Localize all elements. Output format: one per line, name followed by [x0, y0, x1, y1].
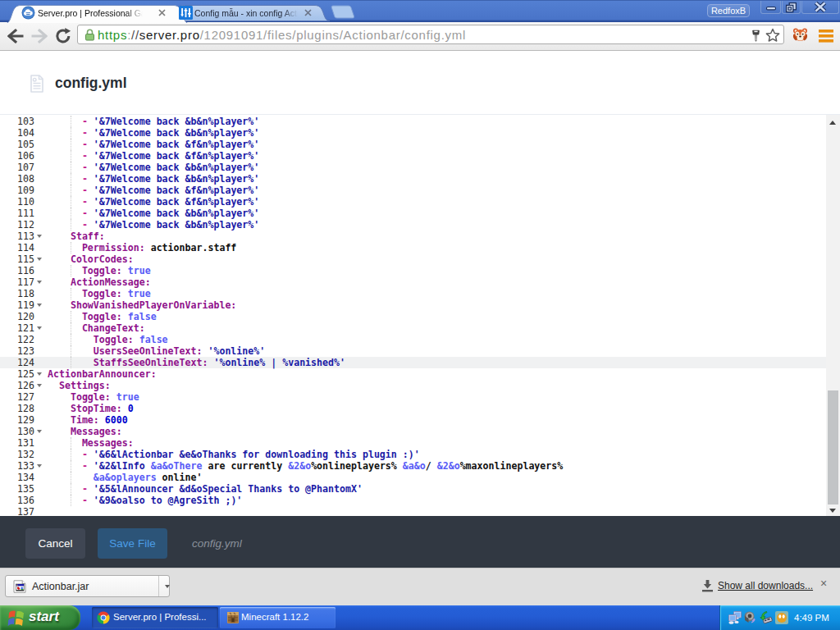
- new-tab-button[interactable]: [331, 6, 354, 18]
- menu-hamburger-icon[interactable]: [819, 30, 833, 43]
- line-number: 135: [0, 483, 34, 495]
- code-line-133: 133 - '&2&lInfo &a&oThere are currently …: [0, 460, 826, 472]
- code-token: [88, 116, 94, 127]
- code-token: [99, 414, 105, 426]
- start-button[interactable]: start: [0, 605, 80, 630]
- code-editor[interactable]: 103 - '&7Welcome back &b&n%player%'104 -…: [0, 114, 840, 516]
- show-all-downloads-link[interactable]: Show all downloads...: [718, 580, 813, 591]
- messenger-tray-icon[interactable]: [775, 611, 788, 624]
- fold-arrow-icon[interactable]: [37, 258, 42, 261]
- fold-arrow-icon[interactable]: [37, 464, 42, 468]
- restore-button[interactable]: [782, 1, 801, 14]
- line-number: 110: [0, 196, 34, 208]
- taskbar-clock: 4:49 PM: [794, 613, 829, 623]
- code-line-134: 134 &a&oplayers online': [0, 472, 826, 483]
- code-token: [88, 483, 94, 495]
- profile-button[interactable]: RedfoxB: [707, 4, 750, 17]
- line-number: 105: [0, 139, 34, 150]
- line-number: 132: [0, 449, 34, 460]
- tab-close-icon[interactable]: [304, 8, 313, 17]
- code-token: Messages:: [82, 437, 134, 449]
- redpanda-extension-icon[interactable]: [792, 27, 808, 43]
- download-item[interactable]: Actionbar.jar: [5, 575, 170, 597]
- code-token: '&9&oalso to @AgreSith ;)': [94, 495, 242, 506]
- code-token: [48, 185, 82, 196]
- footer-filename: config.yml: [192, 528, 242, 559]
- code-text: Messages:: [48, 437, 134, 449]
- padlock-icon[interactable]: [84, 29, 95, 41]
- address-bar[interactable]: https://server.pro/12091091/files/plugin…: [77, 25, 784, 44]
- config-forum-favicon: [179, 6, 193, 20]
- code-line-111: 111 - '&7Welcome back &b&n%player%': [0, 208, 826, 219]
- tab-config[interactable]: Config mẫu - xin config Action: [167, 1, 331, 24]
- code-token: -: [82, 208, 88, 219]
- taskbar-item-minecraft[interactable]: Minecraft 1.12.2: [220, 607, 336, 628]
- code-token: [48, 116, 82, 127]
- volume-tray-icon[interactable]: [744, 611, 757, 624]
- tab-title: Server.pro | Professional Gam: [38, 8, 143, 18]
- cancel-button[interactable]: Cancel: [25, 528, 85, 559]
- network-tray-icon[interactable]: [728, 611, 742, 624]
- start-label: start: [29, 609, 59, 625]
- download-caret-icon[interactable]: [165, 585, 170, 588]
- line-number: 129: [0, 414, 34, 426]
- fold-arrow-icon[interactable]: [37, 326, 42, 330]
- downloads-close-icon[interactable]: ×: [817, 577, 830, 590]
- tab-close-icon[interactable]: [158, 8, 167, 17]
- fold-arrow-icon[interactable]: [37, 372, 42, 376]
- code-token: [48, 162, 82, 173]
- code-text: ActionMessage:: [48, 276, 151, 288]
- line-number: 123: [0, 345, 34, 357]
- download-item-divider: [158, 576, 159, 596]
- code-token: [88, 208, 94, 219]
- line-number: 125: [0, 368, 34, 380]
- code-token: [48, 219, 82, 231]
- code-token: '&7Welcome back &f&n%player%': [94, 196, 259, 208]
- code-token: '%online% | %vanished%': [213, 357, 345, 368]
- close-button[interactable]: [801, 1, 839, 14]
- code-line-117: 117 ActionMessage:: [0, 276, 826, 288]
- code-token: 0: [128, 403, 134, 414]
- save-password-key-icon[interactable]: [751, 30, 761, 42]
- scroll-down-arrow-icon[interactable]: [829, 509, 836, 513]
- forward-icon[interactable]: [30, 27, 48, 45]
- code-text: - '&7Welcome back &b&n%player%': [48, 116, 259, 127]
- fold-arrow-icon[interactable]: [37, 430, 42, 433]
- code-token: [48, 472, 94, 483]
- editor-scrollbar[interactable]: [826, 115, 840, 517]
- code-token: [122, 265, 128, 276]
- back-icon[interactable]: [7, 27, 25, 45]
- code-token: ColorCodes:: [71, 253, 134, 265]
- fold-arrow-icon[interactable]: [37, 281, 42, 284]
- code-line-136: 136 - '&9&oalso to @AgreSith ;)': [0, 495, 826, 506]
- taskbar-item-serverpro[interactable]: Server.pro | Professi...: [92, 607, 218, 628]
- code-token: [48, 139, 82, 150]
- fold-arrow-icon[interactable]: [37, 235, 42, 238]
- page-title: config.yml: [55, 75, 127, 92]
- code-token: Permission:: [82, 242, 145, 253]
- scroll-up-arrow-icon[interactable]: [829, 121, 836, 125]
- save-file-button[interactable]: Save File: [98, 528, 167, 559]
- code-token: [134, 334, 139, 345]
- code-line-120: 120 Toggle: false: [0, 311, 826, 322]
- tab-serverpro[interactable]: Server.pro | Professional Gam: [4, 1, 190, 24]
- line-number: 116: [0, 265, 34, 276]
- fold-arrow-icon[interactable]: [37, 304, 42, 307]
- code-token: [48, 288, 82, 299]
- code-token: -: [82, 449, 88, 460]
- code-text: - '&7Welcome back &f&n%player%': [48, 150, 259, 162]
- reload-icon[interactable]: [54, 27, 72, 45]
- code-text: - '&9&oalso to @AgreSith ;)': [48, 495, 242, 506]
- line-number: 119: [0, 299, 34, 311]
- page-content: config.yml 103 - '&7Welcome back &b&n%pl…: [0, 51, 840, 516]
- minimize-button[interactable]: [760, 1, 781, 14]
- editor-footer-bar: Cancel Save File config.yml: [0, 516, 840, 568]
- bookmark-star-icon[interactable]: [765, 28, 780, 43]
- screen: Server.pro | Professional Gam Config mẫu…: [0, 0, 840, 630]
- code-token: [48, 196, 82, 208]
- safely-remove-tray-icon[interactable]: [760, 611, 773, 624]
- fold-arrow-icon[interactable]: [37, 384, 42, 387]
- code-token: [48, 414, 71, 426]
- scrollbar-thumb[interactable]: [828, 390, 838, 504]
- serverpro-favicon: [21, 6, 35, 20]
